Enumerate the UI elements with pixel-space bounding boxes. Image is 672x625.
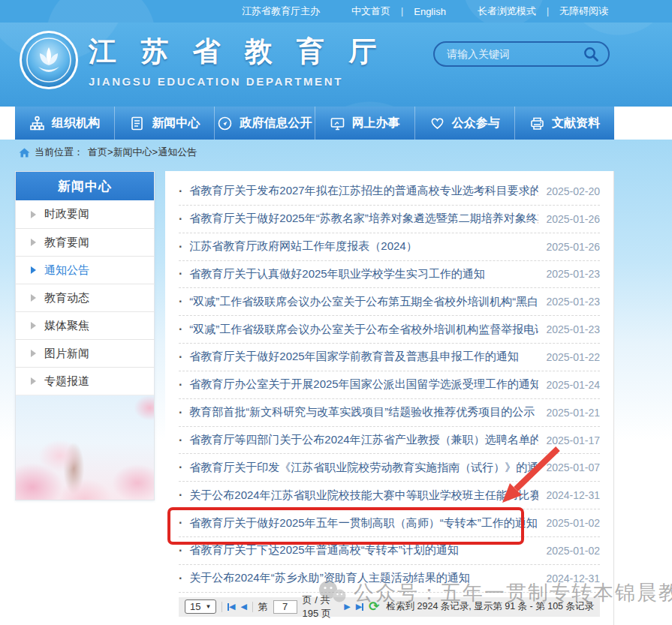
- notice-title-link[interactable]: 省教育厅等四部门关于公布2024年江苏省产业教授（兼职）选聘名单的通知: [189, 433, 538, 447]
- bullet-dot: ·: [179, 240, 182, 254]
- link-chinese-home[interactable]: 中文首页: [351, 5, 390, 18]
- notice-row: · “双减”工作省级联席会议办公室关于公布第五期全省校外培训机构“黑白名单...…: [179, 288, 600, 316]
- breadcrumb-path[interactable]: 首页>新闻中心>通知公告: [88, 146, 197, 159]
- nav-item-organization[interactable]: 组织机构: [15, 107, 114, 140]
- notice-date: 2025-01-07: [546, 461, 600, 473]
- notice-title-link[interactable]: 省教育厅关于做好2025年国家学前教育普及普惠县申报工作的通知: [189, 350, 538, 364]
- divider: |: [547, 6, 549, 17]
- bullet-dot: ·: [179, 378, 182, 392]
- last-page-button[interactable]: ▶: [356, 602, 363, 611]
- notice-row: · 省教育厅关于发布2027年拟在江苏招生的普通高校专业选考科目要求的公告 20…: [179, 178, 600, 206]
- notice-title-link[interactable]: 省教育厅关于发布2027年拟在江苏招生的普通高校专业选考科目要求的公告: [189, 184, 538, 198]
- divider: |: [401, 6, 403, 17]
- home-icon: [19, 148, 30, 158]
- bullet-dot: ·: [179, 461, 182, 474]
- bullet-dot: ·: [179, 544, 182, 557]
- notice-title-link[interactable]: 省教育厅关于做好2025年“苏教名家”培养对象遴选暨第二期培养对象终期...: [189, 212, 538, 226]
- sidebar-item-label: 通知公告: [44, 263, 89, 278]
- department-logo-icon: [18, 29, 80, 91]
- notice-date: 2024-12-31: [546, 572, 600, 584]
- triangle-bullet-icon: [31, 322, 36, 329]
- page-label-total: 页 / 共 195 页: [303, 593, 339, 620]
- notice-row: · 省教育厅关于印发《江苏省职业院校劳动教育实施指南（试行）》的通知 2025-…: [179, 454, 600, 482]
- nav-label: 政府信息公开: [240, 116, 312, 131]
- sidebar-item-label: 专题报道: [44, 374, 89, 389]
- sidebar-title: 新闻中心: [16, 172, 154, 200]
- printer-icon: [529, 116, 545, 131]
- triangle-bullet-icon: [31, 294, 36, 302]
- sidebar-item[interactable]: 时政要闻: [16, 200, 154, 228]
- bullet-dot: ·: [179, 185, 182, 198]
- triangle-bullet-icon: [31, 377, 36, 385]
- breadcrumb-prefix: 当前位置：: [35, 146, 83, 159]
- notice-title-link[interactable]: 江苏省教育厅政府网站工作年度报表（2024）: [189, 239, 538, 254]
- sidebar-item-label: 媒体聚焦: [44, 319, 89, 333]
- nav-label: 公众参与: [452, 116, 500, 131]
- notice-title-link[interactable]: 关于公布2024年“苏乡永助”资助育人主题活动结果的通知: [189, 571, 538, 585]
- sidebar-item[interactable]: 图片新闻: [16, 339, 154, 367]
- nav-label: 网上办事: [352, 116, 400, 131]
- news-doc-icon: [129, 116, 145, 131]
- link-accessibility[interactable]: 无障碍阅读: [559, 5, 608, 18]
- top-utility-bar: 江苏省教育厅主办 中文首页 | English 长者浏览模式 | 无障碍阅读: [0, 0, 672, 23]
- nav-item-news-center[interactable]: 新闻中心: [114, 107, 214, 140]
- link-english[interactable]: English: [414, 6, 446, 17]
- notice-title-link[interactable]: 省教育厅关于认真做好2025年职业学校学生实习工作的通知: [189, 267, 538, 281]
- refresh-icon[interactable]: ⟳: [369, 600, 379, 613]
- sidebar-item[interactable]: 专题报道: [16, 367, 154, 395]
- page-number-input[interactable]: [273, 600, 297, 614]
- nav-label: 新闻中心: [152, 116, 200, 131]
- sidebar-item[interactable]: 教育动态: [16, 284, 154, 311]
- search-box: [433, 41, 610, 67]
- link-host-org[interactable]: 江苏省教育厅主办: [242, 5, 320, 18]
- notice-date: 2025-01-17: [546, 434, 600, 446]
- notice-title-link[interactable]: 关于公布2024年江苏省职业院校技能大赛中等职业学校班主任能力比赛获奖: [189, 488, 538, 503]
- pagination-bar: 15 ▼ ◀ ◀ 第 页 / 共 195 页 ▶ ▶ ⟳ 检索到 2924 条记…: [179, 597, 600, 617]
- notice-title-link[interactable]: 省教育厅办公室关于开展2025年国家公派出国留学选派受理工作的通知: [189, 377, 538, 392]
- sidebar-item[interactable]: 通知公告: [16, 256, 154, 284]
- nav-label: 组织机构: [52, 116, 100, 131]
- notice-title-link[interactable]: 省教育厅关于做好2025年五年一贯制高职（高师）“专转本”工作的通知: [189, 516, 538, 530]
- sidebar: 新闻中心 时政要闻 教育要闻 通知公告: [15, 171, 155, 500]
- nav-item-gov-info[interactable]: 政府信息公开: [214, 107, 314, 140]
- notice-title-link[interactable]: “双减”工作省级联席会议办公室关于公布第五期全省校外培训机构“黑白名单...: [189, 295, 538, 309]
- first-page-button[interactable]: ◀: [228, 602, 235, 611]
- search-input[interactable]: [447, 48, 583, 60]
- sidebar-item[interactable]: 教育要闻: [16, 228, 154, 256]
- notice-title-link[interactable]: “双减”工作省级联席会议办公室关于公布全省校外培训机构监督举报电话的公...: [189, 323, 538, 337]
- sidebar-item-label: 教育动态: [44, 291, 89, 305]
- prev-page-button[interactable]: ◀: [240, 602, 246, 611]
- page-size-value: 15: [190, 601, 200, 612]
- sidebar-item[interactable]: 媒体聚焦: [16, 311, 154, 339]
- magnolia-flowers-image: [16, 395, 154, 500]
- bullet-dot: ·: [179, 350, 182, 364]
- nav-item-online-services[interactable]: 网上办事: [315, 107, 414, 140]
- notice-row: · 关于公布2024年江苏省职业院校技能大赛中等职业学校班主任能力比赛获奖 20…: [179, 482, 600, 509]
- notice-date: 2025-01-23: [546, 323, 600, 335]
- notice-row: · “双减”工作省级联席会议办公室关于公布全省校外培训机构监督举报电话的公...…: [179, 316, 600, 344]
- notice-title-link[interactable]: 省教育厅关于印发《江苏省职业院校劳动教育实施指南（试行）》的通知: [189, 461, 538, 475]
- page-size-select[interactable]: 15 ▼: [185, 599, 216, 614]
- notice-title-link[interactable]: 省教育厅关于下达2025年普通高校“专转本”计划的通知: [189, 543, 538, 557]
- bullet-dot: ·: [179, 434, 182, 447]
- notice-list-panel: · 省教育厅关于发布2027年拟在江苏招生的普通高校专业选考科目要求的公告 20…: [165, 171, 614, 625]
- search-icon[interactable]: [583, 46, 599, 62]
- bullet-dot: ·: [179, 488, 182, 502]
- notice-date: 2025-02-20: [546, 185, 600, 197]
- next-page-button[interactable]: ▶: [344, 602, 350, 611]
- notice-row: · 省教育厅等四部门关于公布2024年江苏省产业教授（兼职）选聘名单的通知 20…: [179, 427, 600, 455]
- bullet-dot: ·: [179, 267, 182, 281]
- nav-item-public-participation[interactable]: 公众参与: [414, 107, 514, 140]
- triangle-bullet-icon: [31, 211, 36, 218]
- main-nav: 组织机构 新闻中心 政府信息公开 网上办事 公众参与: [15, 107, 614, 140]
- monitor-icon: [330, 116, 345, 131]
- sidebar-menu: 时政要闻 教育要闻 通知公告 教育动态: [16, 200, 154, 395]
- bullet-dot: ·: [179, 406, 182, 419]
- notice-title-link[interactable]: 教育部首批“新文科研究与改革实践项目”结题验收推荐优秀项目的公示: [189, 405, 538, 419]
- nav-item-documents[interactable]: 文献资料: [514, 107, 614, 140]
- link-elder-mode[interactable]: 长者浏览模式: [478, 5, 536, 18]
- site-banner: 江 苏 省 教 育 厅 JIANGSU EDUCATION DEPARTMENT: [0, 23, 672, 107]
- records-summary: 检索到 2924 条记录, 显示第 91 条 - 第 105 条记录: [387, 600, 594, 613]
- sidebar-item-label: 图片新闻: [44, 347, 89, 361]
- notice-row: · 省教育厅办公室关于开展2025年国家公派出国留学选派受理工作的通知 2025…: [179, 371, 600, 399]
